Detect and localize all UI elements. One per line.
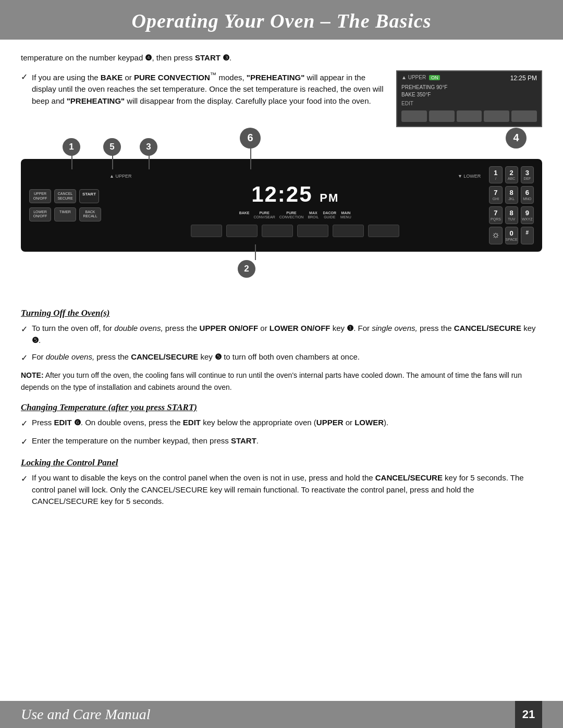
- note-bold: NOTE:: [21, 371, 44, 379]
- soft-btn-4[interactable]: [484, 110, 509, 122]
- edit-bold: EDIT ❻: [54, 418, 81, 427]
- upper-onoff-btn[interactable]: UPPERON/OFF: [29, 189, 51, 203]
- on-badge: ON: [429, 75, 440, 80]
- mode-dacor-guide[interactable]: DACOR GUIDE: [323, 211, 336, 220]
- num-btn-9[interactable]: 9WXYZ: [521, 206, 534, 224]
- changing-temp-text-1: Press EDIT ❻. On double ovens, press the…: [32, 417, 542, 429]
- key3-bold: ❸: [223, 53, 229, 62]
- mode-pure-conv-sear[interactable]: PURE CONV/SEAR: [253, 211, 275, 220]
- soft-panel-btn-3[interactable]: [262, 225, 293, 237]
- upper-bold: UPPER: [316, 418, 344, 427]
- cancel-secure-bold-2: CANCEL/SECURE: [131, 352, 198, 361]
- footer-title: Use and Care Manual: [21, 706, 151, 723]
- callout-1: 1: [63, 138, 80, 156]
- footer-spacer: [21, 513, 542, 549]
- center-time-display: 12:25 PM: [251, 182, 339, 207]
- preheat-line2: BAKE 350°F: [401, 91, 537, 98]
- num-btn-7[interactable]: 7GHI: [489, 186, 502, 204]
- lower-onoff-btn[interactable]: LOWERON/OFF: [29, 207, 51, 221]
- soft-btn-2[interactable]: [429, 110, 455, 122]
- soft-btn-5[interactable]: [511, 110, 537, 122]
- locking-heading: Locking the Control Panel: [21, 458, 542, 468]
- check-text-1: If you are using the BAKE or PURE CONVEC…: [32, 70, 386, 107]
- guide-label: GUIDE: [324, 215, 335, 219]
- lower-onoff-label: LOWERON/OFF: [32, 210, 48, 219]
- callout-6: 6: [240, 128, 261, 149]
- turning-off-item-2: ✓ For double ovens, press the CANCEL/SEC…: [21, 351, 542, 364]
- num-btn-8b[interactable]: 8TUV: [505, 206, 518, 224]
- upper-onoff-label: UPPERON/OFF: [32, 192, 48, 201]
- arrow-6: [250, 147, 251, 169]
- soft-panel-btn-4[interactable]: [297, 225, 328, 237]
- cancel-secure-bold: CANCEL/SECURE: [454, 324, 521, 332]
- num-btn-8[interactable]: 8JKL: [505, 186, 518, 204]
- time-pm: PM: [320, 191, 339, 204]
- soft-panel-btn-6[interactable]: [368, 225, 399, 237]
- mode-main-menu[interactable]: MAIN MENU: [340, 211, 351, 220]
- num-btn-3[interactable]: 3DEF: [521, 166, 534, 184]
- mode-bake[interactable]: BAKE: [239, 211, 250, 220]
- mode-pure-convection[interactable]: PURE CONVECTION: [279, 211, 304, 220]
- dacor-label: DACOR: [323, 211, 336, 215]
- arrow-2-line: [255, 244, 256, 260]
- soft-panel-btn-1[interactable]: [191, 225, 222, 237]
- preheating-bold: "PREHEATING": [247, 73, 304, 82]
- timer-btn[interactable]: TIMER: [54, 207, 76, 221]
- page-header: Operating Your Oven – The Basics: [0, 0, 563, 40]
- num-btn-7b[interactable]: 7PQRS: [489, 206, 502, 224]
- page-title: Operating Your Oven – The Basics: [21, 9, 542, 32]
- checkmark-6: ✓: [21, 473, 28, 485]
- key5-bold: ❺: [32, 336, 39, 344]
- oven-panel-section: 1 5 3 6 4 UPPERON/OFF CANCELSECURE: [21, 159, 542, 252]
- checkmark-5: ✓: [21, 436, 28, 448]
- num-btn-2[interactable]: 2ABC: [505, 166, 518, 184]
- upper-arrow-label: ▲ UPPER: [109, 174, 131, 179]
- arrow-5: [112, 154, 113, 169]
- upper-label: ▲ UPPER ON: [401, 75, 440, 82]
- arrow-3: [149, 154, 150, 169]
- cancel-secure-bold-3: CANCEL/SECURE: [375, 473, 443, 482]
- center-display: ▲ UPPER ▼ LOWER 12:25 PM BAKE PURE CONV/…: [109, 174, 481, 238]
- intro-text-1: temperature on the number keypad: [21, 53, 145, 62]
- num-btn-0[interactable]: 0SPACE: [505, 227, 518, 244]
- lower-arrow-label: ▼ LOWER: [458, 174, 481, 179]
- hash-btn[interactable]: #: [521, 227, 534, 244]
- callout-4: 4: [506, 128, 527, 149]
- pure2-label: PURE: [286, 211, 296, 215]
- soft-buttons-row: [401, 110, 537, 122]
- soft-panel-btn-5[interactable]: [333, 225, 364, 237]
- num-btn-1[interactable]: 1/: [489, 166, 502, 184]
- callout-2: 2: [238, 260, 255, 278]
- arrow-1: [71, 154, 72, 169]
- bake-label: BAKE: [239, 211, 250, 215]
- btn-row-bottom: LOWERON/OFF TIMER BACKRECALL: [29, 207, 101, 221]
- back-recall-label: BACKRECALL: [82, 210, 99, 219]
- display-inset: ▲ UPPER ON 12:25 PM PREHEATING 90°F BAKE…: [396, 70, 542, 127]
- cancel-secure-btn[interactable]: CANCELSECURE: [54, 189, 76, 203]
- edit-label: EDIT: [401, 101, 537, 106]
- oven-panel: UPPERON/OFF CANCELSECURE START LOWERON/O…: [21, 159, 542, 252]
- soft-btn-3[interactable]: [457, 110, 482, 122]
- soft-btn-1[interactable]: [401, 110, 427, 122]
- mode-max-broil[interactable]: MAX BROIL: [308, 211, 319, 220]
- menu-label: MENU: [340, 215, 351, 219]
- start-btn[interactable]: START: [79, 189, 99, 203]
- double-ovens-italic-2: double ovens,: [46, 352, 94, 361]
- key5-bold-2: ❺: [215, 352, 222, 361]
- bake-bold: BAKE: [101, 73, 123, 82]
- light-btn[interactable]: ☼: [489, 227, 502, 244]
- num-btn-6[interactable]: 6MNO: [521, 186, 534, 204]
- start-bold-2: START: [231, 436, 256, 445]
- mode-buttons-row: BAKE PURE CONV/SEAR PURE CONVECTION MAX …: [239, 211, 351, 220]
- max-label: MAX: [309, 211, 317, 215]
- numpad: 1/ 2ABC 3DEF 7GHI 8JKL 6MNO 7PQRS 8TUV 9…: [489, 166, 534, 245]
- changing-temp-item-1: ✓ Press EDIT ❻. On double ovens, press t…: [21, 417, 542, 430]
- convection-label: CONVECTION: [279, 215, 304, 219]
- start-label: START: [82, 192, 96, 197]
- page-footer: Use and Care Manual 21: [0, 701, 563, 728]
- start-bold: START: [195, 53, 221, 62]
- checkmark-3: ✓: [21, 352, 28, 364]
- soft-panel-btn-2[interactable]: [226, 225, 258, 237]
- btn-row-top: UPPERON/OFF CANCELSECURE START: [29, 189, 101, 203]
- back-recall-btn[interactable]: BACKRECALL: [79, 207, 101, 221]
